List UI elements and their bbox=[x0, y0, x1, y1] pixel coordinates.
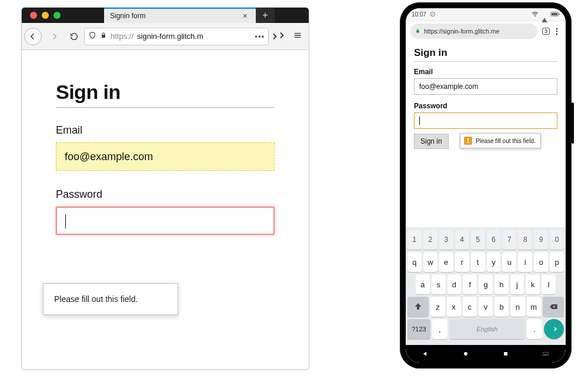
validation-tooltip: Please fill out this field. bbox=[43, 283, 178, 315]
shift-key[interactable] bbox=[407, 297, 429, 317]
mobile-password-input[interactable] bbox=[414, 112, 557, 129]
nav-back-icon[interactable] bbox=[422, 350, 430, 358]
key-u[interactable]: u bbox=[502, 252, 516, 272]
key-m[interactable]: m bbox=[527, 297, 541, 317]
mobile-menu-button[interactable]: ⋮ bbox=[553, 27, 560, 35]
window-close-icon[interactable] bbox=[30, 12, 37, 19]
key-h[interactable]: h bbox=[495, 274, 509, 294]
warning-icon: ! bbox=[464, 137, 472, 145]
key-r[interactable]: r bbox=[455, 252, 469, 272]
new-tab-button[interactable]: + bbox=[256, 8, 275, 23]
heading-divider bbox=[56, 107, 275, 108]
key-7[interactable]: 7 bbox=[502, 230, 516, 250]
mobile-email-input[interactable]: foo@example.com bbox=[414, 78, 557, 95]
nav-recent-icon[interactable] bbox=[502, 350, 510, 358]
key-s[interactable]: s bbox=[432, 274, 446, 294]
status-time: 10:07 bbox=[412, 11, 426, 18]
backspace-key[interactable] bbox=[543, 297, 564, 317]
browser-toolbar: https:// signin-form.glitch.m ••• bbox=[22, 23, 309, 50]
key-5[interactable]: 5 bbox=[471, 230, 485, 250]
nav-home-icon[interactable] bbox=[462, 350, 470, 358]
mobile-url: https://signin-form.glitch.me bbox=[424, 28, 533, 35]
mobile-heading-divider bbox=[414, 61, 557, 62]
validation-message: Please fill out this field. bbox=[54, 294, 138, 304]
key-z[interactable]: z bbox=[430, 297, 445, 317]
tab-close-icon[interactable]: × bbox=[240, 11, 250, 21]
key-n[interactable]: n bbox=[510, 297, 524, 317]
password-label: Password bbox=[56, 188, 275, 201]
key-b[interactable]: b bbox=[495, 297, 509, 317]
key-l[interactable]: l bbox=[542, 274, 556, 294]
key-y[interactable]: y bbox=[487, 252, 501, 272]
page-actions-icon[interactable]: ••• bbox=[255, 32, 265, 41]
key-f[interactable]: f bbox=[463, 274, 477, 294]
key-t[interactable]: t bbox=[471, 252, 485, 272]
svg-rect-6 bbox=[504, 352, 507, 356]
window-minimize-icon[interactable] bbox=[42, 12, 49, 19]
password-input[interactable] bbox=[56, 207, 275, 235]
lock-icon[interactable] bbox=[100, 32, 107, 41]
address-bar[interactable]: https:// signin-form.glitch.m ••• bbox=[84, 28, 269, 45]
menu-button[interactable] bbox=[289, 31, 306, 42]
period-key[interactable]: . bbox=[527, 319, 542, 339]
key-i[interactable]: i bbox=[518, 252, 532, 272]
space-key[interactable]: English bbox=[449, 319, 525, 339]
kb-row-1: qwertyuiop bbox=[407, 252, 564, 272]
comma-key[interactable]: , bbox=[432, 319, 447, 339]
key-3[interactable]: 3 bbox=[439, 230, 453, 250]
mobile-password-label: Password bbox=[414, 102, 557, 110]
key-q[interactable]: q bbox=[407, 252, 422, 272]
key-2[interactable]: 2 bbox=[423, 230, 437, 250]
mobile-email-value: foo@example.com bbox=[419, 82, 478, 91]
symbols-key[interactable]: ?123 bbox=[407, 319, 430, 339]
key-9[interactable]: 9 bbox=[534, 230, 548, 250]
reload-button[interactable] bbox=[64, 26, 84, 47]
signin-button[interactable]: Sign in bbox=[414, 134, 449, 149]
key-j[interactable]: j bbox=[510, 274, 524, 294]
page-content: Sign in Email foo@example.com Password bbox=[22, 50, 309, 235]
browser-tab[interactable]: Signin form × bbox=[104, 8, 256, 23]
key-x[interactable]: x bbox=[447, 297, 461, 317]
back-button[interactable] bbox=[24, 28, 42, 45]
svg-line-1 bbox=[432, 12, 435, 15]
key-d[interactable]: d bbox=[447, 274, 462, 294]
window-maximize-icon[interactable] bbox=[54, 12, 61, 19]
tab-count-button[interactable]: 3 bbox=[542, 28, 550, 35]
svg-rect-3 bbox=[552, 13, 557, 15]
go-key[interactable] bbox=[544, 319, 564, 339]
svg-point-5 bbox=[464, 352, 467, 356]
soft-keyboard[interactable]: 1234567890 qwertyuiop asdfghjkl zxcvbnm … bbox=[406, 227, 566, 345]
key-8[interactable]: 8 bbox=[518, 230, 532, 250]
phone-device-frame: 10:07 bbox=[400, 2, 572, 369]
mobile-validation-message: Please fill out this field. bbox=[476, 138, 536, 144]
key-1[interactable]: 1 bbox=[407, 230, 422, 250]
key-g[interactable]: g bbox=[479, 274, 493, 294]
email-label: Email bbox=[56, 124, 275, 137]
svg-rect-4 bbox=[559, 13, 559, 15]
mobile-email-label: Email bbox=[414, 68, 557, 76]
signal-icon bbox=[542, 11, 547, 18]
url-host: signin-form.glitch.m bbox=[137, 32, 251, 41]
desktop-browser-window: Signin form × + https:// bbox=[21, 7, 309, 370]
key-0[interactable]: 0 bbox=[550, 230, 564, 250]
key-o[interactable]: o bbox=[534, 252, 548, 272]
kb-row-numbers: 1234567890 bbox=[407, 230, 564, 250]
key-w[interactable]: w bbox=[423, 252, 437, 272]
key-p[interactable]: p bbox=[550, 252, 564, 272]
lock-icon bbox=[415, 28, 420, 35]
key-k[interactable]: k bbox=[526, 274, 540, 294]
key-a[interactable]: a bbox=[416, 274, 430, 294]
mobile-page-content: Sign in Email foo@example.com Password S… bbox=[406, 41, 566, 149]
key-v[interactable]: v bbox=[479, 297, 493, 317]
key-4[interactable]: 4 bbox=[455, 230, 469, 250]
tracking-shield-icon[interactable] bbox=[88, 31, 96, 41]
key-e[interactable]: e bbox=[439, 252, 453, 272]
overflow-chevron-icon[interactable] bbox=[269, 26, 289, 47]
key-6[interactable]: 6 bbox=[487, 230, 501, 250]
email-input[interactable]: foo@example.com bbox=[56, 142, 275, 171]
mobile-address-bar[interactable]: https://signin-form.glitch.me bbox=[410, 24, 537, 39]
battery-icon bbox=[550, 11, 560, 18]
forward-button[interactable] bbox=[44, 26, 64, 47]
nav-keyboard-icon[interactable] bbox=[542, 350, 550, 358]
key-c[interactable]: c bbox=[463, 297, 477, 317]
